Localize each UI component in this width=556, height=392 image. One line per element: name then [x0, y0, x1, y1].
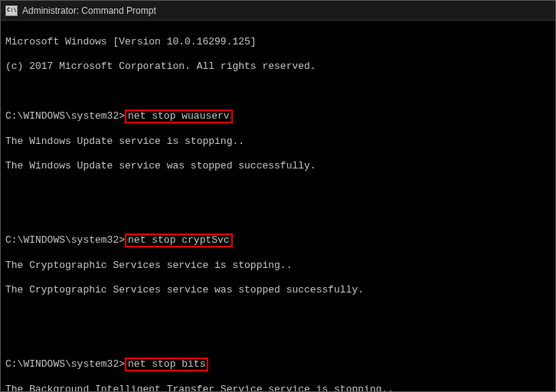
- command-line-2: C:\WINDOWS\system32>net stop cryptSvc: [5, 234, 551, 247]
- version-line: Microsoft Windows [Version 10.0.16299.12…: [5, 36, 551, 48]
- command-1: net stop wuauserv: [125, 109, 233, 123]
- window-title: Administrator: Command Prompt: [22, 5, 156, 16]
- prompt: C:\WINDOWS\system32>: [5, 110, 125, 122]
- window-titlebar[interactable]: Administrator: Command Prompt: [1, 1, 555, 21]
- blank-line: [5, 333, 551, 345]
- terminal-content[interactable]: Microsoft Windows [Version 10.0.16299.12…: [1, 21, 555, 392]
- blank-line: [5, 309, 551, 321]
- copyright-line: (c) 2017 Microsoft Corporation. All righ…: [5, 60, 551, 73]
- output-1b: The Windows Update service was stopped s…: [5, 160, 551, 172]
- blank-line: [5, 209, 551, 221]
- prompt: C:\WINDOWS\system32>: [5, 358, 125, 370]
- prompt: C:\WINDOWS\system32>: [5, 234, 125, 246]
- blank-line: [5, 185, 551, 197]
- cmd-icon: [5, 5, 18, 16]
- output-1a: The Windows Update service is stopping..: [5, 136, 551, 148]
- command-2: net stop cryptSvc: [125, 234, 233, 247]
- command-line-3: C:\WINDOWS\system32>net stop bits: [5, 358, 551, 371]
- command-3: net stop bits: [125, 358, 208, 371]
- output-2b: The Cryptographic Services service was s…: [5, 284, 551, 296]
- command-line-1: C:\WINDOWS\system32>net stop wuauserv: [5, 109, 551, 123]
- blank-line: [5, 85, 551, 97]
- output-3a: The Background Intelligent Transfer Serv…: [5, 384, 551, 392]
- output-2a: The Cryptographic Services service is st…: [5, 260, 551, 272]
